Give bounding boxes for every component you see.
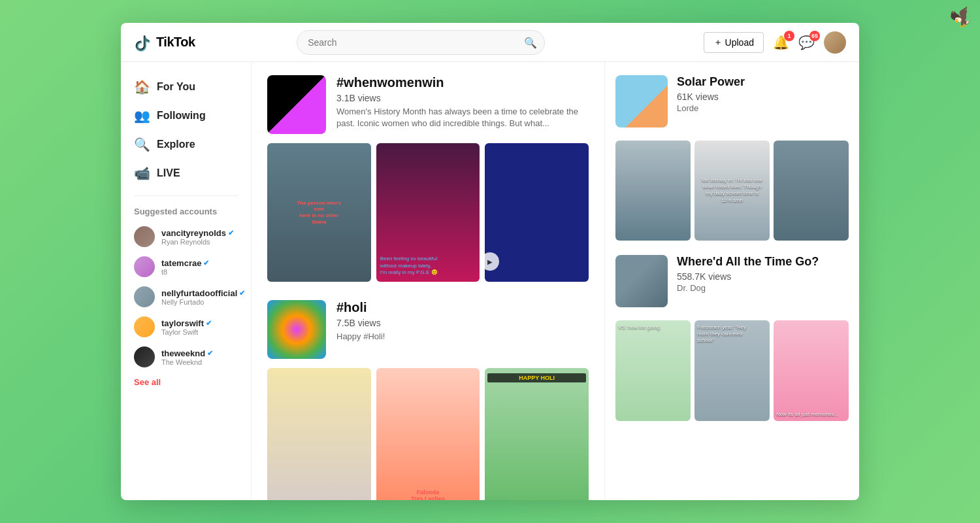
- tiktok-logo-icon: [134, 33, 152, 52]
- search-icon: 🔍: [524, 36, 537, 48]
- music-card-solar-power: 🦅 Solar Power 61K views Lorde: [615, 75, 849, 127]
- trending-views-holi: 7.5B views: [336, 318, 589, 328]
- sidebar-item-following[interactable]: 👥 Following: [121, 101, 251, 130]
- account-item-theweeknd[interactable]: theweeknd ✔ The Weeknd: [121, 342, 251, 372]
- plus-icon: ＋: [713, 37, 723, 48]
- trending-desc-holi: Happy #Holi!: [336, 331, 589, 343]
- account-handle-taylorswift: Taylor Swift: [161, 328, 212, 336]
- account-item-nellyfurtado[interactable]: nellyfurtadoofficial ✔ Nelly Furtado: [121, 282, 251, 312]
- messages-button[interactable]: 💬 65: [798, 35, 815, 50]
- avatar-nellyfurtado: [134, 286, 155, 307]
- logo-text: TikTok: [156, 35, 195, 50]
- avatar-tatemcrae: [134, 256, 155, 277]
- account-item-tatemcrae[interactable]: tatemcrae ✔ t8: [121, 252, 251, 282]
- music-views-whered: 558.7K views: [677, 271, 849, 282]
- overlay-wt3: Now its all just memories...: [776, 411, 846, 417]
- sidebar-item-for-you[interactable]: 🏠 For You: [121, 73, 251, 101]
- music-artist-solar: Lorde: [677, 103, 849, 113]
- sidebar-item-live[interactable]: 📹 LIVE: [121, 159, 251, 188]
- account-name-taylorswift: taylorswift ✔: [161, 318, 212, 328]
- account-handle-vancityreynolds: Ryan Reynolds: [161, 238, 234, 246]
- main-content: #whenwomenwin 3.1B views Women's History…: [252, 62, 604, 500]
- browser-window: TikTok 🔍 ＋ Upload 🔔 1 💬 65 🏠: [121, 23, 859, 500]
- music-video-wt3[interactable]: Now its all just memories...: [774, 320, 849, 420]
- verified-icon-4: ✔: [206, 319, 212, 328]
- account-name-vancityreynolds: vancityreynolds ✔: [161, 228, 234, 238]
- nav-actions: ＋ Upload 🔔 1 💬 65: [704, 31, 846, 54]
- sidebar-divider: [134, 195, 238, 196]
- live-label: LIVE: [157, 167, 180, 179]
- overlay-wt2: Freshmen year: "Heymom they canceledscho…: [697, 324, 767, 343]
- trending-whenwomenwin: #whenwomenwin 3.1B views Women's History…: [267, 75, 589, 282]
- video-grid-holi: FaloodaTres Leches HAPPY HOLI: [267, 368, 589, 500]
- right-column: 🦅 Solar Power 61K views Lorde Me literal…: [604, 62, 859, 500]
- overlay-ww1: The person who's nowhere is no other Gia…: [293, 200, 345, 225]
- account-handle-theweeknd: The Weeknd: [161, 358, 213, 366]
- video-thumb-ww3[interactable]: [485, 143, 589, 282]
- trending-holi: #holi 7.5B views Happy #Holi! FaloodaTre…: [267, 300, 589, 500]
- music-thumb-solar[interactable]: 🦅: [615, 75, 668, 127]
- video-thumb-ww2[interactable]: Been feeling so beautifulwithout makeup …: [376, 143, 480, 282]
- user-avatar[interactable]: [824, 31, 846, 54]
- topnav: TikTok 🔍 ＋ Upload 🔔 1 💬 65: [121, 23, 859, 62]
- trending-desc-whenwomenwin: Women's History Month has always been a …: [336, 106, 589, 129]
- video-thumb-h1[interactable]: [267, 368, 371, 500]
- upload-label: Upload: [725, 37, 754, 48]
- video-thumb-h2[interactable]: FaloodaTres Leches: [376, 368, 480, 500]
- video-thumb-h3[interactable]: HAPPY HOLI: [485, 368, 589, 500]
- explore-label: Explore: [157, 139, 195, 150]
- account-item-taylorswift[interactable]: taylorswift ✔ Taylor Swift: [121, 312, 251, 342]
- overlay-sp2: Me literally rn: I'm into onebrain rotte…: [698, 177, 766, 205]
- video-thumb-ww1[interactable]: The person who's nowhere is no other Gia…: [267, 143, 371, 282]
- music-title-solar[interactable]: Solar Power: [677, 75, 849, 89]
- music-video-sp1[interactable]: [615, 141, 691, 241]
- music-video-wt1[interactable]: VS: how life going: [615, 320, 691, 420]
- trending-thumb-whenwomenwin[interactable]: [267, 75, 326, 134]
- live-icon: 📹: [134, 165, 150, 181]
- suggested-accounts-title: Suggested accounts: [121, 204, 251, 222]
- account-handle-tatemcrae: t8: [161, 268, 209, 276]
- avatar-taylorswift: [134, 316, 155, 337]
- inbox-button[interactable]: 🔔 1: [773, 35, 789, 50]
- avatar-theweeknd: [134, 346, 155, 367]
- following-label: Following: [157, 110, 206, 122]
- verified-icon-3: ✔: [239, 289, 245, 297]
- sidebar-item-explore[interactable]: 🔍 Explore: [121, 130, 251, 159]
- music-video-sp3[interactable]: [774, 141, 849, 241]
- overlay-wt1: VS: how life going: [618, 324, 660, 330]
- verified-icon: ✔: [228, 229, 234, 237]
- happy-holi-label: HAPPY HOLI: [487, 373, 586, 382]
- following-icon: 👥: [134, 108, 150, 124]
- trending-title-holi[interactable]: #holi: [336, 300, 589, 315]
- account-item-vancityreynolds[interactable]: vancityreynolds ✔ Ryan Reynolds: [121, 222, 251, 252]
- music-card-whered: ▶ Where'd All the Time Go? 558.7K views …: [615, 255, 849, 307]
- main-layout: 🏠 For You 👥 Following 🔍 Explore 📹 LIVE S…: [121, 62, 859, 500]
- verified-icon-5: ✔: [207, 349, 213, 358]
- trending-thumb-holi[interactable]: [267, 300, 326, 359]
- falooda-label: FaloodaTres Leches: [379, 489, 478, 500]
- logo-area[interactable]: TikTok: [134, 33, 212, 52]
- music-artist-whered: Dr. Dog: [677, 283, 849, 293]
- account-name-nellyfurtado: nellyfurtadoofficial ✔: [161, 288, 245, 298]
- music-video-sp2[interactable]: Me literally rn: I'm into onebrain rotte…: [694, 141, 770, 241]
- music-views-solar: 61K views: [677, 92, 849, 102]
- music-thumb-whered[interactable]: ▶: [615, 255, 668, 307]
- trending-header-holi: #holi 7.5B views Happy #Holi!: [267, 300, 589, 359]
- music-title-whered[interactable]: Where'd All the Time Go?: [677, 255, 849, 269]
- search-bar[interactable]: 🔍: [297, 30, 545, 55]
- search-input[interactable]: [297, 30, 545, 55]
- home-icon: 🏠: [134, 79, 150, 95]
- trending-title-whenwomenwin[interactable]: #whenwomenwin: [336, 75, 589, 90]
- see-all-button[interactable]: See all: [121, 372, 251, 392]
- verified-icon-2: ✔: [203, 259, 209, 267]
- overlay-ww2: Been feeling so beautifulwithout makeup …: [380, 256, 476, 276]
- upload-button[interactable]: ＋ Upload: [704, 32, 764, 53]
- music-video-wt2[interactable]: Freshmen year: "Heymom they canceledscho…: [694, 320, 770, 420]
- account-name-theweeknd: theweeknd ✔: [161, 348, 213, 358]
- music-video-grid-whered: VS: how life going Freshmen year: "Heymo…: [615, 320, 849, 420]
- video-grid-whenwomenwin: The person who's nowhere is no other Gia…: [267, 143, 589, 282]
- explore-icon: 🔍: [134, 137, 150, 152]
- sidebar: 🏠 For You 👥 Following 🔍 Explore 📹 LIVE S…: [121, 62, 252, 500]
- for-you-label: For You: [157, 81, 195, 93]
- avatar-vancityreynolds: [134, 226, 155, 247]
